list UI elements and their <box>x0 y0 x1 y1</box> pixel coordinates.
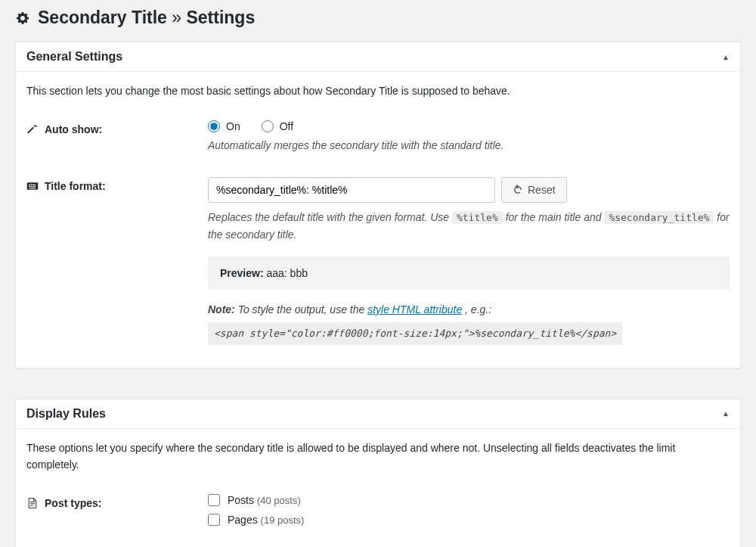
auto-show-off-radio[interactable] <box>262 120 274 132</box>
gear-icon <box>15 11 30 26</box>
general-settings-desc: This section lets you change the most ba… <box>26 82 730 99</box>
page-title: Secondary Title » Settings <box>15 8 741 28</box>
title-format-desc: Replaces the default title with the give… <box>208 209 730 243</box>
post-type-pages[interactable]: Pages (19 posts) <box>208 514 730 526</box>
post-type-name: Posts <box>228 494 254 506</box>
post-type-posts[interactable]: Posts (40 posts) <box>208 494 730 506</box>
post-type-posts-checkbox[interactable] <box>208 494 220 506</box>
reset-button[interactable]: Reset <box>501 177 567 203</box>
preview-value: aaa: bbb <box>266 267 308 279</box>
title-format-input[interactable] <box>208 177 495 203</box>
title-separator: » <box>172 8 181 27</box>
auto-show-row: Auto show: On Off Automatically merges t <box>26 120 730 154</box>
display-rules-panel: Display Rules ▲ These options let you sp… <box>15 399 741 547</box>
token-secondary-title: %secondary_title% <box>604 211 714 224</box>
auto-show-on[interactable]: On <box>208 120 240 132</box>
post-types-row: Post types: Posts (40 posts) <box>26 494 730 526</box>
post-type-count: (40 posts) <box>257 495 301 506</box>
style-attribute-link[interactable]: style HTML attribute <box>367 303 462 315</box>
post-type-name: Pages <box>228 514 258 526</box>
note-label: Note: <box>208 303 235 315</box>
display-rules-header[interactable]: Display Rules ▲ <box>16 399 740 429</box>
general-settings-panel: General Settings ▲ This section lets you… <box>15 42 741 368</box>
title-format-row: Title format: Reset Replaces the defa <box>26 177 730 345</box>
general-settings-header[interactable]: General Settings ▲ <box>16 42 740 72</box>
collapse-icon: ▲ <box>722 409 730 418</box>
title-product: Secondary Title <box>38 8 167 27</box>
preview-box: Preview: aaa: bbb <box>208 256 730 290</box>
token-title: %title% <box>452 211 503 224</box>
title-page: Settings <box>186 8 255 27</box>
code-example: <span style="color:#ff0000;font-size:14p… <box>208 322 622 344</box>
auto-show-on-radio[interactable] <box>208 120 220 132</box>
auto-show-label: Auto show: <box>26 120 208 135</box>
display-rules-title: Display Rules <box>26 407 106 421</box>
title-format-label: Title format: <box>26 177 208 192</box>
display-rules-desc: These options let you specify where the … <box>26 440 730 474</box>
collapse-icon: ▲ <box>722 53 730 61</box>
wand-icon <box>26 123 39 135</box>
auto-show-off[interactable]: Off <box>262 120 293 132</box>
post-type-count: (19 posts) <box>261 514 305 526</box>
auto-show-desc: Automatically merges the secondary title… <box>208 137 730 154</box>
general-settings-title: General Settings <box>26 50 122 64</box>
preview-label: Preview: <box>220 267 264 279</box>
post-types-label: Post types: <box>26 494 208 509</box>
note-block: Note: To style the output, use the style… <box>208 300 730 345</box>
post-type-pages-checkbox[interactable] <box>208 514 220 526</box>
keyboard-icon <box>26 180 39 192</box>
undo-icon <box>513 185 523 195</box>
document-icon <box>26 497 39 509</box>
